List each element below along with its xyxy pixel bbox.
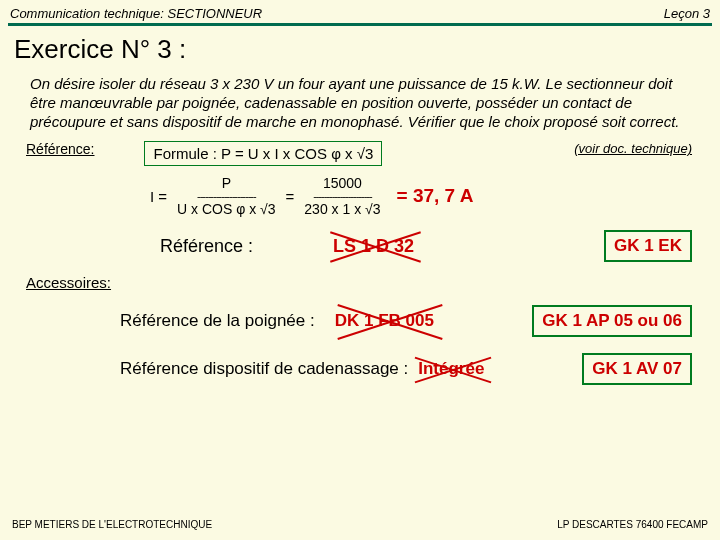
equals: = xyxy=(286,188,295,205)
footer-left: BEP METIERS DE L'ELECTROTECHNIQUE xyxy=(12,519,212,530)
exercise-title: Exercice N° 3 : xyxy=(0,26,720,69)
reference-label: Référence: xyxy=(26,141,94,157)
formula-box: Formule : P = U x I x COS φ x √3 xyxy=(144,141,382,166)
handle-correct: GK 1 AP 05 ou 06 xyxy=(532,305,692,337)
calculation-row: I = P ---------------------- U x COS φ x… xyxy=(0,166,720,216)
reference2-correct: GK 1 EK xyxy=(604,230,692,262)
reference2-answer: LS 1 D 32 xyxy=(333,236,414,256)
reference-row: Référence : LS 1 D 32 GK 1 EK xyxy=(0,216,720,262)
fraction-2: 15000 ---------------------- 230 x 1 x √… xyxy=(304,176,380,216)
doc-link[interactable]: (voir doc. technique) xyxy=(574,141,692,156)
handle-row: Référence de la poignée : DK 1 FB 005 GK… xyxy=(0,291,720,337)
formula-row: Référence: Formule : P = U x I x COS φ x… xyxy=(0,135,720,166)
accessories-label: Accessoires: xyxy=(26,274,111,291)
footer: BEP METIERS DE L'ELECTROTECHNIQUE LP DES… xyxy=(0,519,720,530)
lock-correct: GK 1 AV 07 xyxy=(582,353,692,385)
header: Communication technique: SECTIONNEUR Leç… xyxy=(0,0,720,23)
fraction-1: P ---------------------- U x COS φ x √3 xyxy=(177,176,275,216)
lock-label: Référence dispositif de cadenassage : xyxy=(120,359,408,379)
handle-label: Référence de la poignée : xyxy=(120,311,315,331)
exercise-prompt: On désire isoler du réseau 3 x 230 V un … xyxy=(0,69,720,135)
lock-row: Référence dispositif de cadenassage : In… xyxy=(0,337,720,385)
lock-answer: Intégrée xyxy=(418,359,484,378)
header-right: Leçon 3 xyxy=(664,6,710,21)
handle-answer: DK 1 FB 005 xyxy=(335,311,434,330)
calc-lhs: I = xyxy=(150,188,167,205)
reference2-label: Référence : xyxy=(160,236,253,257)
result-current: = 37, 7 A xyxy=(397,185,474,207)
header-left: Communication technique: SECTIONNEUR xyxy=(10,6,262,21)
footer-right: LP DESCARTES 76400 FECAMP xyxy=(557,519,708,530)
accessories-label-row: Accessoires: xyxy=(0,262,720,291)
